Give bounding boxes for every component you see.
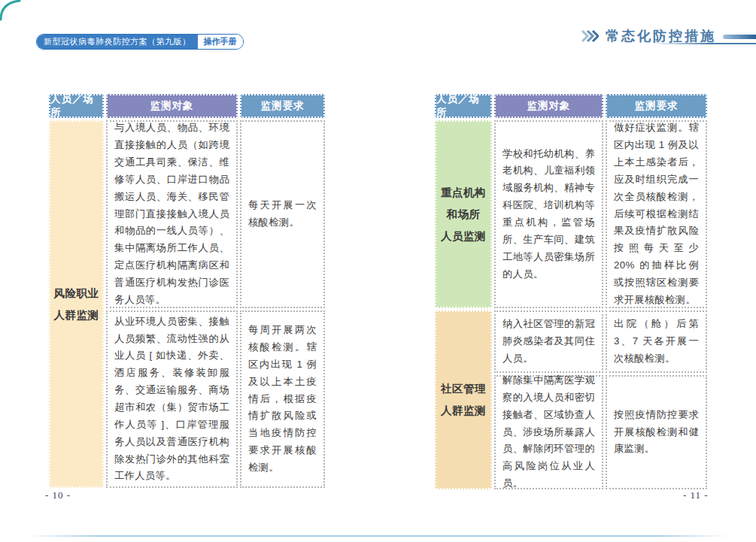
section-title-underline xyxy=(652,43,756,44)
right-header-monitoring-object: 监测对象 xyxy=(494,94,603,118)
left-header-monitoring-object: 监测对象 xyxy=(106,94,238,118)
right-row1-object-text: 学校和托幼机构、养老机构、儿童福利领域服务机构、精神专科医院、培训机构等重点机构… xyxy=(502,146,595,283)
left-row1-requirement-cell: 每天开展一次核酸检测。 xyxy=(240,120,325,308)
page-bottom-rule xyxy=(27,535,729,537)
right-row3-object-cell: 解除集中隔离医学观察的入境人员和密切接触者、区域协查人员、涉疫场所暴露人员、解除… xyxy=(494,375,603,489)
left-row2-requirement-cell: 每周开展两次核酸检测。辖区内出现 1 例及以上本土疫情后，根据疫情扩散风险或当地… xyxy=(240,310,325,488)
right-row1-requirement-text: 做好症状监测。辖区内出现 1 例及以上本土感染者后，应及时组织完成一次全员核酸检… xyxy=(614,120,699,308)
left-row1-object-text: 与入境人员、物品、环境直接接触的人员（如跨境交通工具司乘、保洁、维修等人员、口岸… xyxy=(114,120,229,308)
triple-chevron-icon xyxy=(581,29,599,43)
left-row2-requirement-text: 每周开展两次核酸检测。辖区内出现 1 例及以上本土疫情后，根据疫情扩散风险或当地… xyxy=(248,322,317,477)
edition-badge-subtitle: 操作手册 xyxy=(198,35,243,49)
group-risk-occupation-label: 风险职业 人群监测 xyxy=(49,120,104,488)
left-row1-object-cell: 与入境人员、物品、环境直接接触的人员（如跨境交通工具司乘、保洁、维修等人员、口岸… xyxy=(106,120,238,308)
page-corner-accent xyxy=(0,0,23,23)
right-row3-requirement-text: 按照疫情防控要求开展核酸检测和健康监测。 xyxy=(614,407,699,459)
left-row2-object-text: 从业环境人员密集、接触人员频繁、流动性强的从业人员 [ 如快递、外卖、酒店服务、… xyxy=(114,313,229,486)
group-community-managed-label: 社区管理 人群监测 xyxy=(435,310,492,489)
left-header-personnel-place: 人员／场所 xyxy=(49,94,104,118)
page-number-left: - 10 - xyxy=(45,489,71,501)
page-number-right: - 11 - xyxy=(683,489,709,501)
edition-badge-title: 新型冠状病毒肺炎防控方案（第九版） xyxy=(37,35,198,49)
right-row3-requirement-cell: 按照疫情防控要求开展核酸检测和健康监测。 xyxy=(606,375,707,489)
right-row2-requirement-cell: 出院（舱）后第 3、7 天各开展一次核酸检测。 xyxy=(606,310,707,373)
edition-badge: 新型冠状病毒肺炎防控方案（第九版） 操作手册 xyxy=(36,34,244,50)
left-row2-object-cell: 从业环境人员密集、接触人员频繁、流动性强的从业人员 [ 如快递、外卖、酒店服务、… xyxy=(106,310,238,488)
right-row3-object-text: 解除集中隔离医学观察的入境人员和密切接触者、区域协查人员、涉疫场所暴露人员、解除… xyxy=(502,372,595,492)
right-row2-object-text: 纳入社区管理的新冠肺炎感染者及其同住人员。 xyxy=(502,316,595,368)
section-title-bar xyxy=(723,35,756,39)
right-header-personnel-place: 人员／场所 xyxy=(435,94,492,118)
right-header-monitoring-requirement: 监测要求 xyxy=(606,94,707,118)
group-key-institutions-label: 重点机构 和场所 人员监测 xyxy=(435,120,492,308)
left-monitoring-table: 人员／场所 监测对象 监测要求 风险职业 人群监测 与入境人员、物品、环境直接接… xyxy=(49,94,325,488)
right-row2-requirement-text: 出院（舱）后第 3、7 天各开展一次核酸检测。 xyxy=(614,316,699,368)
right-row1-object-cell: 学校和托幼机构、养老机构、儿童福利领域服务机构、精神专科医院、培训机构等重点机构… xyxy=(494,120,603,308)
left-header-monitoring-requirement: 监测要求 xyxy=(240,94,325,118)
right-row1-requirement-cell: 做好症状监测。辖区内出现 1 例及以上本土感染者后，应及时组织完成一次全员核酸检… xyxy=(606,120,707,308)
left-row1-requirement-text: 每天开展一次核酸检测。 xyxy=(248,197,317,232)
right-row2-object-cell: 纳入社区管理的新冠肺炎感染者及其同住人员。 xyxy=(494,310,603,373)
right-monitoring-table: 人员／场所 监测对象 监测要求 重点机构 和场所 人员监测 学校和托幼机构、养老… xyxy=(435,94,707,489)
